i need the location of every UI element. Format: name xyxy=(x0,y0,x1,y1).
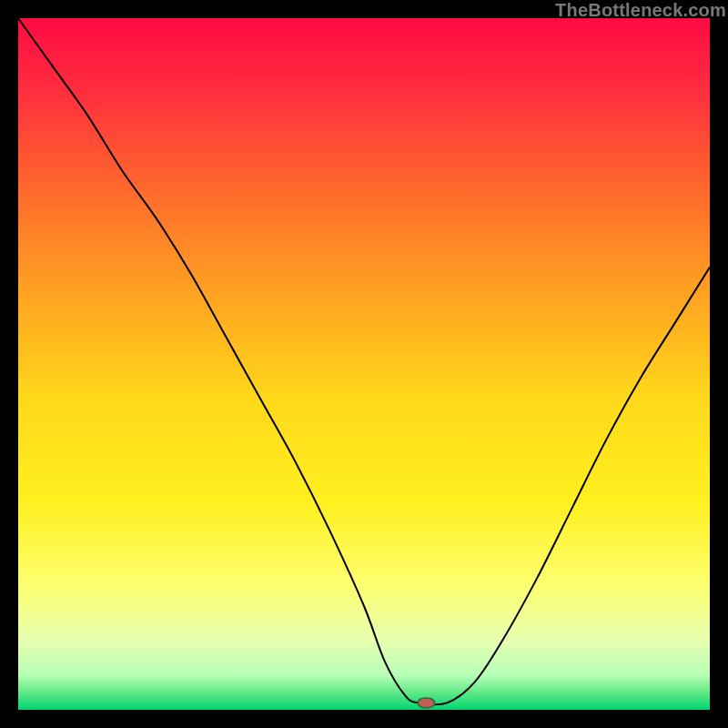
plot-area xyxy=(18,18,710,710)
optimal-marker xyxy=(418,698,434,708)
chart-frame: TheBottleneck.com xyxy=(0,0,728,728)
bottleneck-curve xyxy=(18,18,710,710)
watermark: TheBottleneck.com xyxy=(555,0,726,21)
curve-line xyxy=(18,18,710,704)
